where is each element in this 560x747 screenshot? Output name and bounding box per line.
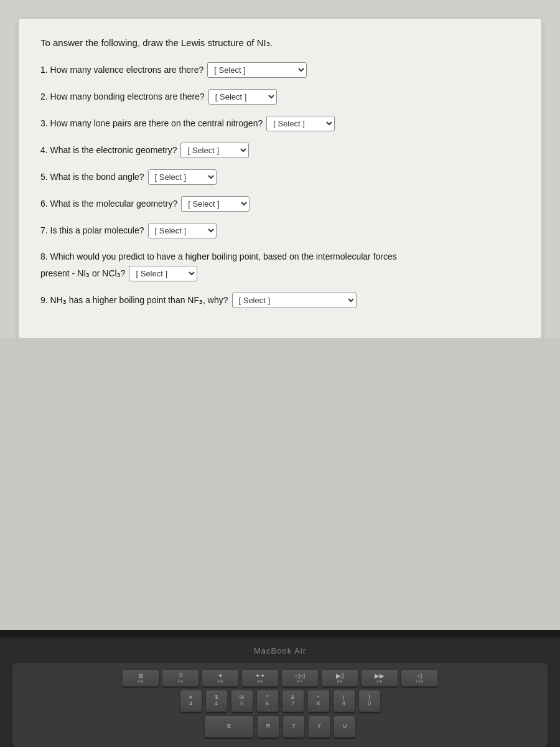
question-6: 6. What is the molecular geometry? [ Sel… xyxy=(40,196,520,212)
key-e-label: E xyxy=(227,723,231,730)
f4-label: F4 xyxy=(178,679,183,684)
f5-icon: ✦ xyxy=(218,672,223,679)
key-y[interactable]: Y xyxy=(308,715,330,738)
key-f5[interactable]: ✦ F5 xyxy=(202,669,239,687)
question-7: 7. Is this a polar molecule? [ Select ] xyxy=(40,223,520,238)
f10-label: F10 xyxy=(416,679,423,684)
screen: To answer the following, draw the Lewis … xyxy=(0,0,560,637)
key-4-dollar-bottom: 4 xyxy=(215,701,218,707)
question-1: 1. How many valence electrons are there?… xyxy=(40,62,520,78)
q6-text: 6. What is the molecular geometry? xyxy=(40,197,177,210)
key-f10[interactable]: ◁ F10 xyxy=(401,669,438,687)
q8-line2-text: present - NI₃ or NCl₃? xyxy=(40,267,125,280)
letter-key-row: E R T Y U xyxy=(20,715,540,738)
question-4: 4. What is the electronic geometry? [ Se… xyxy=(40,143,520,158)
key-t-label: T xyxy=(292,723,296,730)
q7-select[interactable]: [ Select ] xyxy=(148,223,217,238)
key-f7[interactable]: ◁◁ F7 xyxy=(281,669,319,687)
q3-text: 3. How many lone pairs are there on the … xyxy=(40,117,263,130)
page-title: To answer the following, draw the Lewis … xyxy=(40,37,520,49)
key-f4[interactable]: ⠿ F4 xyxy=(162,669,199,687)
macbook-body: MacBook Air ⊞ F3 ⠿ F4 ✦ F5 ✦✦ xyxy=(0,637,560,747)
f3-label: F3 xyxy=(138,679,143,684)
key-t[interactable]: T xyxy=(282,715,305,738)
f6-label: F6 xyxy=(258,679,263,684)
question-5: 5. What is the bond angle? [ Select ] xyxy=(40,169,520,185)
key-e[interactable]: E xyxy=(204,715,254,738)
number-key-row: # 4 $ 4 % 5 ^ 6 & 7 xyxy=(20,690,540,712)
f8-icon: ▶‖ xyxy=(336,672,344,679)
q6-select[interactable]: [ Select ] xyxy=(181,196,250,212)
key-4-dollar[interactable]: $ 4 xyxy=(205,690,228,712)
q7-text: 7. Is this a polar molecule? xyxy=(40,224,144,237)
key-9-lparen-bottom: 9 xyxy=(342,701,345,707)
key-5-percent-bottom: 5 xyxy=(240,701,243,707)
macbook-label: MacBook Air xyxy=(0,646,560,655)
key-9-lparen[interactable]: ( 9 xyxy=(333,690,355,712)
q4-text: 4. What is the electronic geometry? xyxy=(40,144,177,157)
q8-line1: 8. Which would you predict to have a hig… xyxy=(40,250,397,263)
key-f6[interactable]: ✦✦ F6 xyxy=(241,669,279,687)
f10-icon: ◁ xyxy=(417,672,422,679)
f3-icon: ⊞ xyxy=(138,672,143,679)
key-7-amp[interactable]: & 7 xyxy=(282,690,304,712)
f4-icon: ⠿ xyxy=(179,672,183,679)
keyboard-area: ⊞ F3 ⠿ F4 ✦ F5 ✦✦ F6 ◁◁ F7 xyxy=(0,655,560,747)
key-8-star-bottom: 8 xyxy=(317,701,320,707)
q8-line2-row: present - NI₃ or NCl₃? [ Select ] xyxy=(40,266,197,281)
key-f9[interactable]: ▶▶ F9 xyxy=(361,669,398,687)
f7-icon: ◁◁ xyxy=(295,672,305,679)
q5-text: 5. What is the bond angle? xyxy=(40,171,144,184)
f9-label: F9 xyxy=(377,679,382,684)
key-0-rparen-bottom: 0 xyxy=(368,701,371,707)
key-y-label: Y xyxy=(317,723,321,730)
key-5-percent[interactable]: % 5 xyxy=(231,690,253,712)
content-area: To answer the following, draw the Lewis … xyxy=(19,19,541,338)
question-9: 9. NH₃ has a higher boiling point than N… xyxy=(40,293,520,308)
q1-select[interactable]: [ Select ] xyxy=(207,62,307,78)
key-6-caret-bottom: 6 xyxy=(266,701,269,707)
question-8: 8. Which would you predict to have a hig… xyxy=(40,250,520,281)
q1-text: 1. How many valence electrons are there? xyxy=(40,63,203,77)
key-u-label: U xyxy=(343,723,347,730)
key-r-label: R xyxy=(266,723,271,730)
f5-label: F5 xyxy=(218,679,223,684)
fn-key-row: ⊞ F3 ⠿ F4 ✦ F5 ✦✦ F6 ◁◁ F7 xyxy=(20,669,540,687)
q5-select[interactable]: [ Select ] xyxy=(148,169,217,185)
key-7-amp-bottom: 7 xyxy=(291,701,294,707)
q2-text: 2. How many bonding electrons are there? xyxy=(40,90,205,103)
f9-icon: ▶▶ xyxy=(375,672,385,679)
q4-select[interactable]: [ Select ] xyxy=(180,143,249,158)
f7-label: F7 xyxy=(297,679,302,684)
question-2: 2. How many bonding electrons are there?… xyxy=(40,89,520,105)
question-3: 3. How many lone pairs are there on the … xyxy=(40,116,520,131)
q8-select[interactable]: [ Select ] xyxy=(129,266,197,281)
q9-select[interactable]: [ Select ] xyxy=(232,293,357,308)
key-f3[interactable]: ⊞ F3 xyxy=(122,669,159,687)
screen-bottom-bar xyxy=(0,630,560,637)
q3-select[interactable]: [ Select ] xyxy=(266,116,335,131)
key-6-caret[interactable]: ^ 6 xyxy=(256,690,279,712)
q9-text: 9. NH₃ has a higher boiling point than N… xyxy=(40,294,228,307)
q2-select[interactable]: [ Select ] xyxy=(208,89,277,105)
key-4-hash[interactable]: # 4 xyxy=(180,690,202,712)
f6-icon: ✦✦ xyxy=(255,672,265,679)
key-r[interactable]: R xyxy=(257,715,279,738)
keyboard: ⊞ F3 ⠿ F4 ✦ F5 ✦✦ F6 ◁◁ F7 xyxy=(12,663,548,747)
key-0-rparen[interactable]: ) 0 xyxy=(358,690,381,712)
key-4-hash-bottom: 4 xyxy=(189,701,192,707)
f8-label: F8 xyxy=(337,679,342,684)
key-8-star[interactable]: * 8 xyxy=(307,690,330,712)
key-u[interactable]: U xyxy=(334,715,356,738)
key-f8[interactable]: ▶‖ F8 xyxy=(321,669,358,687)
